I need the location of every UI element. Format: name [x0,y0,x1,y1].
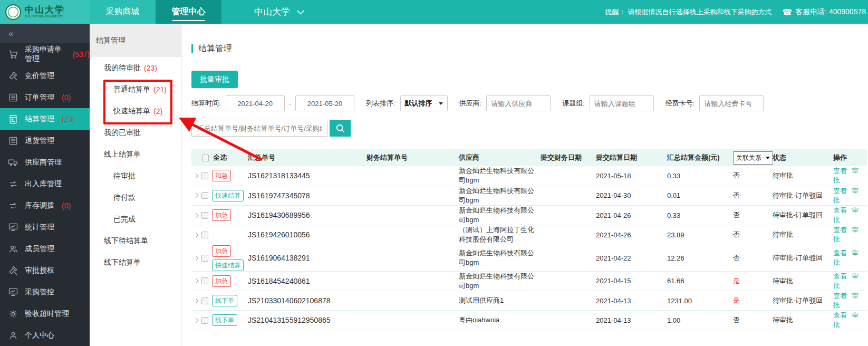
sidebar-item-11[interactable]: 审批授权 [0,260,90,281]
sidebar-item-12[interactable]: 采购管控 [0,281,90,303]
relation-filter-select[interactable]: 关联关系 [733,151,773,165]
status-text: 待审批 [771,225,832,245]
tab-admin-center[interactable]: 管理中心 [156,0,221,24]
expand-chevron-icon[interactable] [194,298,199,303]
sort-label: 列表排序: [366,99,396,108]
expand-chevron-icon[interactable] [194,255,199,261]
subnav-item-count: (21) [153,85,167,94]
amount: 12.26 [666,245,732,271]
status-text: 待审批-订单驳回 [771,245,832,271]
col-finance-no: 财务结算单号 [365,149,458,166]
subnav-item-1[interactable]: 我的待审批(23) [90,57,181,79]
sidebar-item-10[interactable]: 成员管理 [0,238,90,260]
subnav-item-7[interactable]: 待付款 [90,187,181,208]
sidebar-item-9[interactable]: 统计管理 [0,216,90,238]
summary-number: JS210330140602106878 [247,291,365,311]
subnav-item-label: 线上结算单 [104,150,141,159]
subnav-item-10[interactable]: 线下结算单 [90,252,181,273]
row-checkbox[interactable] [201,232,208,238]
view-link[interactable]: 查看 [833,272,847,280]
fund-input[interactable] [699,95,764,111]
view-link[interactable]: 查看 [833,206,847,214]
org-dropdown[interactable]: 中山大学 [254,0,306,24]
row-checkbox[interactable] [201,172,208,179]
subnav-item-count: (23) [144,64,157,72]
group-input[interactable] [590,95,654,111]
table-row: 加急JS1619430689956新金灿烂生物科技有限公司bgm2021-04-… [191,205,867,225]
batch-approve-button[interactable]: 批量审批 [191,71,238,88]
expand-chevron-icon[interactable] [194,232,199,237]
subnav-item-9[interactable]: 线下待结算单 [90,230,181,252]
date-to-input[interactable] [295,95,354,111]
date-from-input[interactable] [226,95,285,111]
amount: 61.66 [666,271,732,291]
row-actions: 查看审批 [832,271,867,291]
sidebar-item-4[interactable]: 结算管理(23) [0,108,90,130]
expand-chevron-icon[interactable] [194,193,199,198]
view-link[interactable]: 查看 [833,311,847,319]
summary-number: JS1619426010056 [247,225,365,245]
sidebar-item-2[interactable]: 竞价管理 [0,65,90,86]
row-checkbox[interactable] [201,192,208,199]
sort-select[interactable]: 默认排序 [400,95,448,111]
sidebar-item-1[interactable]: 采购申请单管理(537) [0,43,90,65]
search-button[interactable] [330,120,351,137]
subnav-item-count: (2) [153,107,162,116]
sidebar-item-8[interactable]: 库存调拨(0) [0,195,90,216]
select-all-checkbox[interactable] [202,155,209,161]
relation-filter-value: 关联关系 [736,153,761,162]
view-link[interactable]: 查看 [833,187,847,195]
view-link[interactable]: 查看 [833,226,847,234]
sidebar-item-3[interactable]: 订单管理(0) [0,86,90,108]
top-bar: 中山大学 SUN YAT-SEN UNIVERSITY 采购商城 管理中心 中山… [0,0,868,24]
sidebar-item-count: (537) [72,50,90,59]
row-select-cell: 线下单 [191,291,247,311]
sidebar-menu: 采购申请单管理(537)竞价管理订单管理(0)结算管理(23)退货管理供应商管理… [0,43,90,346]
sidebar-item-7[interactable]: 出入库管理 [0,173,90,195]
row-checkbox[interactable] [201,277,208,284]
relation-flag: 否 [732,225,771,245]
finance-number [365,271,458,291]
status-text: 待审批 [771,166,832,186]
expand-chevron-icon[interactable] [194,278,199,284]
expand-chevron-icon[interactable] [194,318,199,323]
user-icon [8,330,18,341]
supplier-label: 供应商: [459,99,482,108]
sidebar-item-count: (0) [62,93,71,102]
supplier-input[interactable] [486,95,551,111]
row-checkbox[interactable] [201,317,208,324]
search-input[interactable] [191,120,327,137]
expand-chevron-icon[interactable] [194,213,199,218]
finance-number [365,291,458,311]
sidebar-item-6[interactable]: 供应商管理 [0,151,90,173]
row-select-cell: 加急 [191,271,247,291]
view-link[interactable]: 查看 [833,249,847,257]
sidebar-item-14[interactable]: 个人中心 [0,324,90,346]
amount: 0.33 [666,166,732,186]
tag-offline: 线下单 [212,295,237,306]
subnav-item-8[interactable]: 已完成 [90,208,181,230]
subnav-item-4[interactable]: 我的已审批 [90,122,181,143]
tab-purchase-mall[interactable]: 采购商城 [90,0,156,24]
view-link[interactable]: 查看 [833,292,847,300]
row-checkbox[interactable] [201,297,208,304]
subnav-item-2[interactable]: 普通结算单(21) [90,79,181,100]
sidebar-item-13[interactable]: 验收超时管理 [0,303,90,324]
status-text: 待审批-订单驳回 [771,291,832,311]
university-logo: 中山大学 SUN YAT-SEN UNIVERSITY [0,0,90,24]
expand-chevron-icon[interactable] [194,173,199,178]
university-seal-icon [5,4,21,20]
view-link[interactable]: 查看 [833,167,847,175]
row-actions: 查看审批 [832,166,867,186]
row-checkbox[interactable] [201,212,208,219]
row-checkbox[interactable] [201,255,208,262]
relation-flag: 否 [732,205,771,225]
subnav-item-6[interactable]: 待审批 [90,165,181,187]
sidebar-collapse-button[interactable]: « [0,24,90,43]
subnav-item-3[interactable]: 快速结算单(2) [90,100,181,122]
users-icon [8,244,18,254]
org-name: 中山大学 [254,6,290,18]
hotline: ☎ 客服电话: 400900578 [782,7,866,17]
subnav-item-5[interactable]: 线上结算单 [90,143,181,165]
sidebar-item-5[interactable]: 退货管理 [0,130,90,151]
